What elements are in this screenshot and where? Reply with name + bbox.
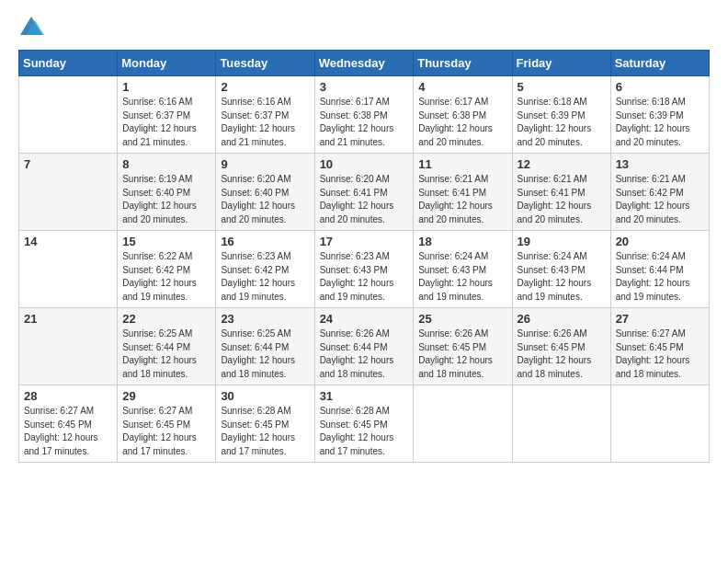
day-info: Sunrise: 6:25 AM Sunset: 6:44 PM Dayligh… xyxy=(221,327,309,381)
calendar-cell: 2Sunrise: 6:16 AM Sunset: 6:37 PM Daylig… xyxy=(216,76,314,154)
day-info: Sunrise: 6:28 AM Sunset: 6:45 PM Dayligh… xyxy=(320,405,409,458)
calendar-cell: 8Sunrise: 6:19 AM Sunset: 6:40 PM Daylig… xyxy=(118,154,216,231)
calendar-cell: 1Sunrise: 6:16 AM Sunset: 6:37 PM Daylig… xyxy=(118,76,216,154)
day-number: 24 xyxy=(320,312,409,326)
calendar-cell: 28Sunrise: 6:27 AM Sunset: 6:45 PM Dayli… xyxy=(19,385,118,463)
calendar-cell: 17Sunrise: 6:23 AM Sunset: 6:43 PM Dayli… xyxy=(314,231,414,308)
calendar-cell: 11Sunrise: 6:21 AM Sunset: 6:41 PM Dayli… xyxy=(414,154,512,231)
day-info: Sunrise: 6:17 AM Sunset: 6:38 PM Dayligh… xyxy=(320,96,409,149)
day-info: Sunrise: 6:21 AM Sunset: 6:41 PM Dayligh… xyxy=(418,173,506,226)
calendar-cell: 23Sunrise: 6:25 AM Sunset: 6:44 PM Dayli… xyxy=(216,308,314,385)
day-info: Sunrise: 6:20 AM Sunset: 6:40 PM Dayligh… xyxy=(221,173,309,226)
day-number: 8 xyxy=(122,157,210,171)
day-info: Sunrise: 6:16 AM Sunset: 6:37 PM Dayligh… xyxy=(221,96,309,149)
header xyxy=(18,15,710,40)
day-number: 20 xyxy=(616,235,704,248)
calendar-cell: 26Sunrise: 6:26 AM Sunset: 6:45 PM Dayli… xyxy=(512,308,610,385)
day-number: 5 xyxy=(518,80,606,94)
calendar-cell: 15Sunrise: 6:22 AM Sunset: 6:42 PM Dayli… xyxy=(118,231,216,308)
day-info: Sunrise: 6:21 AM Sunset: 6:41 PM Dayligh… xyxy=(518,173,606,226)
calendar-week-row: 1415Sunrise: 6:22 AM Sunset: 6:42 PM Day… xyxy=(19,231,710,308)
day-info: Sunrise: 6:18 AM Sunset: 6:39 PM Dayligh… xyxy=(518,96,606,149)
calendar-cell: 24Sunrise: 6:26 AM Sunset: 6:44 PM Dayli… xyxy=(314,308,414,385)
day-number: 12 xyxy=(518,157,606,171)
calendar-cell: 31Sunrise: 6:28 AM Sunset: 6:45 PM Dayli… xyxy=(314,385,414,463)
day-number: 4 xyxy=(418,80,506,94)
day-number: 23 xyxy=(221,312,309,326)
calendar-cell: 27Sunrise: 6:27 AM Sunset: 6:45 PM Dayli… xyxy=(610,308,709,385)
calendar-cell xyxy=(512,385,610,463)
calendar-header-thursday: Thursday xyxy=(414,51,512,76)
day-info: Sunrise: 6:21 AM Sunset: 6:42 PM Dayligh… xyxy=(616,173,704,226)
day-number: 30 xyxy=(221,389,309,403)
day-number: 7 xyxy=(24,157,112,171)
day-info: Sunrise: 6:23 AM Sunset: 6:43 PM Dayligh… xyxy=(320,250,409,304)
day-info: Sunrise: 6:27 AM Sunset: 6:45 PM Dayligh… xyxy=(122,405,210,458)
day-info: Sunrise: 6:25 AM Sunset: 6:44 PM Dayligh… xyxy=(122,327,210,381)
calendar-cell: 29Sunrise: 6:27 AM Sunset: 6:45 PM Dayli… xyxy=(118,385,216,463)
calendar-cell: 3Sunrise: 6:17 AM Sunset: 6:38 PM Daylig… xyxy=(314,76,414,154)
day-number: 9 xyxy=(221,157,309,171)
day-info: Sunrise: 6:26 AM Sunset: 6:44 PM Dayligh… xyxy=(320,327,409,381)
calendar-cell xyxy=(414,385,512,463)
calendar-header-sunday: Sunday xyxy=(19,51,118,76)
calendar-header-wednesday: Wednesday xyxy=(314,51,414,76)
calendar-header-monday: Monday xyxy=(118,51,216,76)
day-info: Sunrise: 6:27 AM Sunset: 6:45 PM Dayligh… xyxy=(24,405,112,458)
day-number: 26 xyxy=(518,312,606,326)
calendar-cell: 18Sunrise: 6:24 AM Sunset: 6:43 PM Dayli… xyxy=(414,231,512,308)
day-number: 28 xyxy=(24,389,112,403)
day-info: Sunrise: 6:17 AM Sunset: 6:38 PM Dayligh… xyxy=(418,96,506,149)
day-info: Sunrise: 6:19 AM Sunset: 6:40 PM Dayligh… xyxy=(122,173,210,226)
day-number: 2 xyxy=(221,80,309,94)
day-number: 25 xyxy=(418,312,506,326)
calendar-week-row: 78Sunrise: 6:19 AM Sunset: 6:40 PM Dayli… xyxy=(19,154,710,231)
calendar-cell: 19Sunrise: 6:24 AM Sunset: 6:43 PM Dayli… xyxy=(512,231,610,308)
calendar-cell: 5Sunrise: 6:18 AM Sunset: 6:39 PM Daylig… xyxy=(512,76,610,154)
calendar-cell: 9Sunrise: 6:20 AM Sunset: 6:40 PM Daylig… xyxy=(216,154,314,231)
day-number: 1 xyxy=(122,80,210,94)
logo-icon xyxy=(18,15,44,40)
day-info: Sunrise: 6:26 AM Sunset: 6:45 PM Dayligh… xyxy=(418,327,506,381)
calendar-cell: 25Sunrise: 6:26 AM Sunset: 6:45 PM Dayli… xyxy=(414,308,512,385)
calendar-header-friday: Friday xyxy=(512,51,610,76)
day-number: 27 xyxy=(616,312,704,326)
day-number: 16 xyxy=(221,235,309,248)
day-number: 29 xyxy=(122,389,210,403)
calendar-cell xyxy=(610,385,709,463)
calendar-cell xyxy=(19,76,118,154)
day-number: 18 xyxy=(418,235,506,248)
calendar-cell: 16Sunrise: 6:23 AM Sunset: 6:42 PM Dayli… xyxy=(216,231,314,308)
calendar-cell: 21 xyxy=(19,308,118,385)
day-number: 21 xyxy=(24,312,112,326)
day-number: 11 xyxy=(418,157,506,171)
calendar-week-row: 28Sunrise: 6:27 AM Sunset: 6:45 PM Dayli… xyxy=(19,385,710,463)
day-number: 13 xyxy=(616,157,704,171)
calendar-week-row: 1Sunrise: 6:16 AM Sunset: 6:37 PM Daylig… xyxy=(19,76,710,154)
day-number: 31 xyxy=(320,389,409,403)
day-info: Sunrise: 6:18 AM Sunset: 6:39 PM Dayligh… xyxy=(616,96,704,149)
day-number: 3 xyxy=(320,80,409,94)
day-number: 22 xyxy=(122,312,210,326)
calendar-cell: 4Sunrise: 6:17 AM Sunset: 6:38 PM Daylig… xyxy=(414,76,512,154)
day-number: 15 xyxy=(122,235,210,248)
day-info: Sunrise: 6:23 AM Sunset: 6:42 PM Dayligh… xyxy=(221,250,309,304)
logo xyxy=(18,15,48,40)
day-info: Sunrise: 6:16 AM Sunset: 6:37 PM Dayligh… xyxy=(122,96,210,149)
day-number: 10 xyxy=(320,157,409,171)
calendar-cell: 12Sunrise: 6:21 AM Sunset: 6:41 PM Dayli… xyxy=(512,154,610,231)
calendar-header-saturday: Saturday xyxy=(610,51,709,76)
day-number: 19 xyxy=(518,235,606,248)
calendar-cell: 6Sunrise: 6:18 AM Sunset: 6:39 PM Daylig… xyxy=(610,76,709,154)
calendar-header-row: SundayMondayTuesdayWednesdayThursdayFrid… xyxy=(19,51,710,76)
day-info: Sunrise: 6:24 AM Sunset: 6:44 PM Dayligh… xyxy=(616,250,704,304)
day-info: Sunrise: 6:22 AM Sunset: 6:42 PM Dayligh… xyxy=(122,250,210,304)
day-number: 14 xyxy=(24,235,112,248)
calendar-header-tuesday: Tuesday xyxy=(216,51,314,76)
day-info: Sunrise: 6:28 AM Sunset: 6:45 PM Dayligh… xyxy=(221,405,309,458)
calendar-cell: 20Sunrise: 6:24 AM Sunset: 6:44 PM Dayli… xyxy=(610,231,709,308)
day-info: Sunrise: 6:27 AM Sunset: 6:45 PM Dayligh… xyxy=(616,327,704,381)
day-info: Sunrise: 6:26 AM Sunset: 6:45 PM Dayligh… xyxy=(518,327,606,381)
day-info: Sunrise: 6:24 AM Sunset: 6:43 PM Dayligh… xyxy=(518,250,606,304)
day-info: Sunrise: 6:24 AM Sunset: 6:43 PM Dayligh… xyxy=(418,250,506,304)
